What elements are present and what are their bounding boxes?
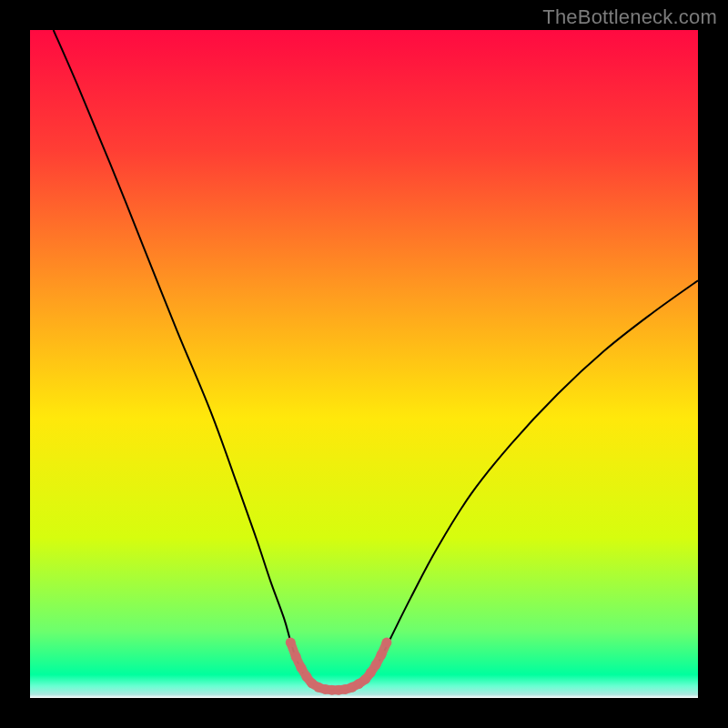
svg-point-15 [371,660,381,670]
svg-point-17 [381,638,391,648]
svg-point-3 [297,662,307,672]
svg-point-1 [286,638,296,648]
svg-point-16 [377,650,387,660]
chart-svg [0,0,728,728]
svg-point-2 [291,652,301,662]
chart-container: TheBottleneck.com [0,0,728,728]
watermark-text: TheBottleneck.com [542,5,717,29]
plot-gradient [30,30,698,698]
